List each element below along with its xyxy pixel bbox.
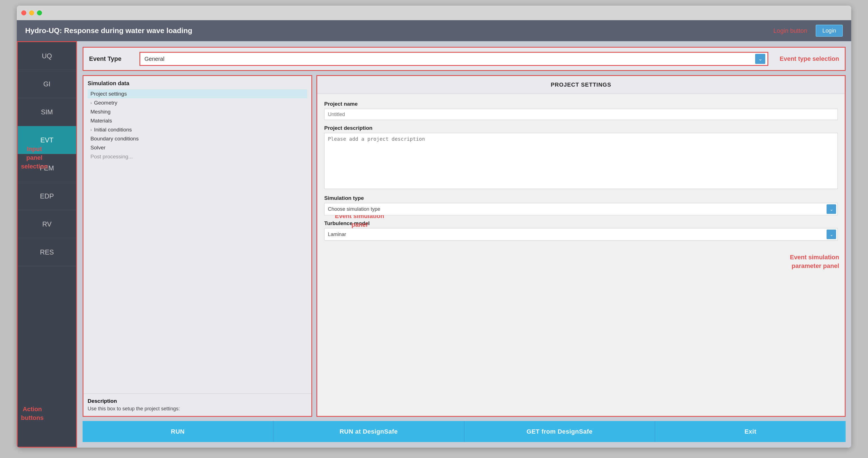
event-type-select-container: General MPM OpenFOAM ⌄ xyxy=(140,52,768,66)
param-body: Project name Project description Simulat… xyxy=(317,94,845,248)
project-desc-group: Project description xyxy=(324,125,838,190)
main-content: UQ GI SIM EVT FEM EDP RV RES xyxy=(17,41,851,448)
sim-tree-meshing[interactable]: Meshing xyxy=(88,107,307,116)
input-panel-annotation: Inputpanelselection xyxy=(21,145,48,171)
event-type-select[interactable]: General MPM OpenFOAM xyxy=(140,53,768,65)
login-button[interactable]: Login xyxy=(816,25,843,37)
sidebar-item-gi[interactable]: GI xyxy=(18,70,76,98)
event-type-annotation: Event type selection xyxy=(779,55,839,62)
sim-tree-post-processing[interactable]: Post processing... xyxy=(88,152,307,161)
action-bar: RUN RUN at DesignSafe GET from DesignSaf… xyxy=(83,421,846,442)
turbulence-select-wrapper: Laminar k-epsilon k-omega ⌄ xyxy=(324,228,838,240)
sidebar-item-uq[interactable]: UQ xyxy=(18,42,76,70)
sim-tree-title: Simulation data xyxy=(88,80,307,87)
sidebar-item-rv[interactable]: RV xyxy=(18,210,76,238)
initial-conditions-arrow-icon: › xyxy=(90,127,92,132)
sim-type-group: Simulation type Choose simulation type L… xyxy=(324,195,838,215)
sim-type-select-wrapper: Choose simulation type Laminar Turbulent… xyxy=(324,203,838,215)
get-designsafe-button[interactable]: GET from DesignSafe xyxy=(465,421,655,442)
sim-tree-boundary-conditions[interactable]: Boundary conditions xyxy=(88,134,307,143)
traffic-lights xyxy=(21,10,42,16)
sim-tree: Simulation data Project settings › Geome… xyxy=(84,76,311,394)
param-header: PROJECT SETTINGS xyxy=(317,76,845,94)
sim-tree-materials[interactable]: Materials xyxy=(88,116,307,125)
sidebar-item-edp[interactable]: EDP xyxy=(18,182,76,210)
param-panel-annotation: Event simulationparameter panel xyxy=(317,248,845,276)
sim-type-select[interactable]: Choose simulation type Laminar Turbulent xyxy=(324,203,838,215)
simulation-panel: Simulation data Project settings › Geome… xyxy=(83,75,312,417)
sim-tree-project-settings[interactable]: Project settings xyxy=(88,89,307,98)
event-type-label: Event Type xyxy=(89,55,134,62)
sidebar: UQ GI SIM EVT FEM EDP RV RES xyxy=(17,41,77,448)
sim-tree-initial-conditions[interactable]: › Initial conditions xyxy=(88,125,307,134)
turbulence-select[interactable]: Laminar k-epsilon k-omega xyxy=(324,228,838,240)
login-annotation: Login button xyxy=(773,27,807,34)
project-desc-label: Project description xyxy=(324,125,838,131)
project-name-input[interactable] xyxy=(324,109,838,120)
panels-row: Simulation data Project settings › Geome… xyxy=(83,75,846,417)
header-right: Login button Login xyxy=(773,25,843,37)
exit-button[interactable]: Exit xyxy=(655,421,846,442)
action-buttons-annotation: Actionbuttons xyxy=(21,405,44,422)
turbulence-label: Turbulence model xyxy=(324,220,838,227)
app-title: Hydro-UQ: Response during water wave loa… xyxy=(25,26,192,35)
event-type-row: Event Type General MPM OpenFOAM ⌄ Event … xyxy=(83,47,846,71)
close-button[interactable] xyxy=(21,10,26,16)
app-header: Hydro-UQ: Response during water wave loa… xyxy=(17,20,851,41)
run-button[interactable]: RUN xyxy=(83,421,273,442)
project-desc-textarea[interactable] xyxy=(324,133,838,189)
sim-desc-text: Use this box to setup the project settin… xyxy=(88,406,307,412)
minimize-button[interactable] xyxy=(29,10,34,16)
sim-description: Description Use this box to setup the pr… xyxy=(84,394,311,416)
project-name-label: Project name xyxy=(324,101,838,107)
sim-desc-title: Description xyxy=(88,398,307,404)
parameter-panel: PROJECT SETTINGS Project name Project de… xyxy=(316,75,846,417)
sim-tree-geometry[interactable]: › Geometry xyxy=(88,98,307,107)
sim-type-label: Simulation type xyxy=(324,195,838,201)
sidebar-item-res[interactable]: RES xyxy=(18,238,76,266)
turbulence-group: Turbulence model Laminar k-epsilon k-ome… xyxy=(324,220,838,240)
project-name-group: Project name xyxy=(324,101,838,120)
run-designsafe-button[interactable]: RUN at DesignSafe xyxy=(274,421,464,442)
title-bar xyxy=(17,6,851,20)
maximize-button[interactable] xyxy=(37,10,42,16)
geometry-arrow-icon: › xyxy=(90,101,92,105)
content-area: Event Type General MPM OpenFOAM ⌄ Event … xyxy=(77,41,851,448)
sidebar-item-sim[interactable]: SIM xyxy=(18,98,76,126)
sim-tree-solver[interactable]: Solver xyxy=(88,143,307,152)
